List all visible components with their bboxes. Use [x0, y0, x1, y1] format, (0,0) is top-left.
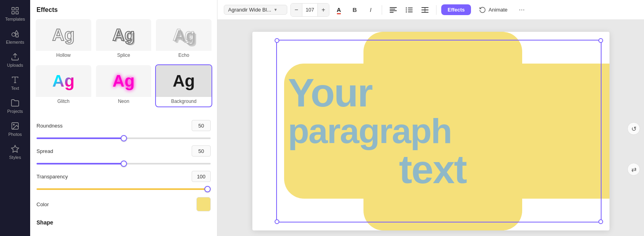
effect-preview-splice: Ag — [96, 19, 152, 51]
list-button[interactable] — [403, 4, 415, 16]
canvas-text-block[interactable]: Your paragraph text — [276, 40, 602, 222]
text-color-button[interactable]: A — [333, 4, 345, 16]
sidebar-item-projects[interactable]: Projects — [2, 95, 29, 117]
svg-rect-13 — [390, 7, 397, 8]
bold-icon: B — [353, 6, 357, 13]
sidebar-item-templates[interactable]: Templates — [2, 3, 29, 25]
sidebar-photos-label: Photos — [8, 132, 22, 137]
transparency-value[interactable] — [192, 171, 211, 182]
svg-rect-25 — [421, 12, 429, 13]
upload-icon — [11, 52, 19, 61]
transparency-label: Transparency — [37, 174, 68, 180]
sidebar-item-uploads[interactable]: Uploads — [2, 49, 29, 71]
align-button[interactable] — [387, 4, 400, 16]
svg-point-17 — [406, 7, 407, 8]
font-size-input[interactable] — [302, 4, 318, 16]
sidebar: Templates Elements Uploads Text Projects — [0, 0, 30, 236]
svg-rect-16 — [390, 12, 394, 13]
effect-label-hollow: Hollow — [36, 51, 91, 60]
svg-rect-1 — [16, 8, 18, 10]
svg-rect-15 — [390, 10, 397, 11]
toolbar: Agrandir Wide Bl... ▼ − + A B I — [217, 0, 644, 20]
controls-section: Roundness Spread Transparency Color — [30, 112, 217, 215]
image-icon — [11, 122, 19, 130]
spacing-button[interactable] — [419, 4, 431, 16]
effects-panel: Effects Ag Hollow Ag Splice Ag Echo Ag — [30, 0, 217, 236]
shape-title: Shape — [30, 215, 217, 227]
effect-card-neon[interactable]: Ag Neon — [95, 64, 152, 107]
effect-label-background: Background — [156, 97, 211, 106]
sidebar-item-elements[interactable]: Elements — [2, 26, 29, 48]
font-size-control: − + — [290, 3, 329, 17]
svg-rect-2 — [12, 12, 14, 14]
shapes-icon — [11, 29, 19, 38]
sidebar-text-label: Text — [11, 86, 19, 91]
refresh-button-top[interactable]: ↺ — [627, 122, 640, 135]
effect-card-echo[interactable]: Ag Echo — [155, 18, 212, 61]
spread-slider[interactable] — [37, 163, 211, 164]
svg-marker-5 — [15, 31, 18, 33]
effect-label-splice: Splice — [96, 51, 152, 60]
canvas-text-line2: paragraph — [288, 114, 452, 149]
bold-button[interactable]: B — [348, 4, 361, 16]
list-icon — [406, 7, 413, 13]
canvas-text-line3: text — [399, 149, 467, 190]
toolbar-divider-2 — [436, 5, 436, 15]
svg-rect-14 — [390, 9, 395, 10]
font-name: Agrandir Wide Bl... — [228, 7, 271, 13]
effect-preview-background: Ag — [156, 65, 211, 97]
svg-rect-22 — [408, 12, 413, 12]
svg-point-21 — [406, 11, 407, 12]
color-underline — [337, 13, 341, 14]
animate-button[interactable]: Animate — [474, 4, 512, 16]
sidebar-item-photos[interactable]: Photos — [2, 118, 29, 140]
svg-marker-12 — [12, 145, 19, 152]
sidebar-elements-label: Elements — [6, 40, 24, 44]
spread-value[interactable] — [192, 145, 211, 157]
roundness-label: Roundness — [37, 123, 63, 129]
sidebar-item-text[interactable]: Text — [2, 72, 29, 94]
svg-rect-6 — [16, 35, 18, 37]
italic-icon: I — [370, 6, 371, 13]
transparency-slider[interactable] — [37, 188, 211, 190]
text-color-icon: A — [337, 6, 341, 14]
effect-card-background[interactable]: Ag Background — [155, 64, 212, 107]
sidebar-templates-label: Templates — [5, 17, 25, 21]
color-swatch[interactable] — [196, 197, 211, 211]
effect-preview-hollow: Ag — [36, 19, 91, 51]
font-selector[interactable]: Agrandir Wide Bl... ▼ — [224, 5, 287, 15]
effect-label-echo: Echo — [156, 51, 211, 60]
panel-title: Effects — [30, 5, 217, 18]
effects-grid: Ag Hollow Ag Splice Ag Echo Ag Glitch — [30, 18, 217, 112]
italic-button[interactable]: I — [364, 4, 377, 16]
effect-preview-glitch: Ag — [36, 65, 91, 97]
svg-rect-0 — [12, 8, 14, 10]
animate-icon — [479, 6, 486, 14]
decrease-font-button[interactable]: − — [291, 4, 302, 16]
refresh-button-bottom[interactable]: ⇄ — [627, 163, 640, 176]
effect-label-glitch: Glitch — [36, 97, 91, 106]
increase-font-button[interactable]: + — [318, 4, 329, 16]
effect-card-glitch[interactable]: Ag Glitch — [35, 64, 92, 107]
more-options-button[interactable]: ··· — [515, 4, 528, 16]
animate-label: Animate — [488, 7, 508, 13]
svg-rect-3 — [16, 12, 18, 14]
roundness-value[interactable] — [192, 120, 211, 131]
sidebar-item-styles[interactable]: Styles — [2, 141, 29, 163]
roundness-slider[interactable] — [37, 137, 211, 139]
toolbar-divider-1 — [382, 5, 382, 15]
canvas-viewport: Your paragraph text ↺ ⇄ — [217, 20, 644, 236]
svg-point-19 — [406, 9, 407, 10]
star-icon — [11, 145, 19, 153]
effect-card-splice[interactable]: Ag Splice — [95, 18, 152, 61]
effect-label-neon: Neon — [96, 97, 152, 106]
svg-rect-18 — [408, 8, 413, 8]
effect-preview-neon: Ag — [96, 65, 152, 97]
effects-button[interactable]: Effects — [441, 4, 471, 15]
spacing-icon — [421, 7, 429, 13]
sidebar-styles-label: Styles — [9, 155, 21, 160]
spread-label: Spread — [37, 148, 53, 154]
canvas-area: Agrandir Wide Bl... ▼ − + A B I — [217, 0, 644, 236]
chevron-down-icon: ▼ — [273, 8, 277, 12]
effect-card-hollow[interactable]: Ag Hollow — [35, 18, 92, 61]
